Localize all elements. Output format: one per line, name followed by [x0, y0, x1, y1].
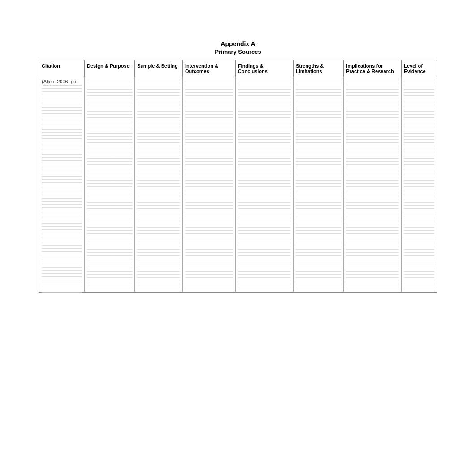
header-level: Level of Evidence: [402, 60, 437, 77]
header-intervention: Intervention & Outcomes: [182, 60, 235, 77]
header-sample: Sample & Setting: [135, 60, 183, 77]
header-findings: Findings & Conclusions: [235, 60, 293, 77]
blurred-sample-content: [137, 79, 180, 290]
cell-level: [402, 77, 437, 292]
blurred-implications-content: [346, 79, 399, 290]
cell-sample: [135, 77, 183, 292]
cell-design: [85, 77, 135, 292]
header-implications: Implications for Practice & Research: [344, 60, 402, 77]
header-citation: Citation: [39, 60, 85, 77]
header-design: Design & Purpose: [85, 60, 135, 77]
cell-intervention: [182, 77, 235, 292]
primary-sources-table: Citation Design & Purpose Sample & Setti…: [39, 60, 437, 292]
cell-citation: (Allen, 2006, pp.: [39, 77, 85, 292]
cell-findings: [235, 77, 293, 292]
page-container: Appendix A Primary Sources Citation Desi…: [0, 0, 476, 449]
blurred-strengths-content: [296, 79, 341, 290]
blurred-design-content: [87, 79, 132, 290]
appendix-subtitle: Primary Sources: [215, 48, 261, 55]
table-wrapper: Citation Design & Purpose Sample & Setti…: [39, 60, 437, 293]
cell-implications: [344, 77, 402, 292]
blurred-findings-content: [238, 79, 291, 290]
appendix-title: Appendix A: [221, 40, 255, 47]
blurred-intervention-content: [185, 79, 233, 290]
blurred-citation-content: [42, 84, 82, 295]
header-strengths: Strengths & Limitations: [293, 60, 343, 77]
blurred-level-content: [404, 79, 434, 290]
table-row: (Allen, 2006, pp.: [39, 77, 437, 292]
cell-strengths: [293, 77, 343, 292]
